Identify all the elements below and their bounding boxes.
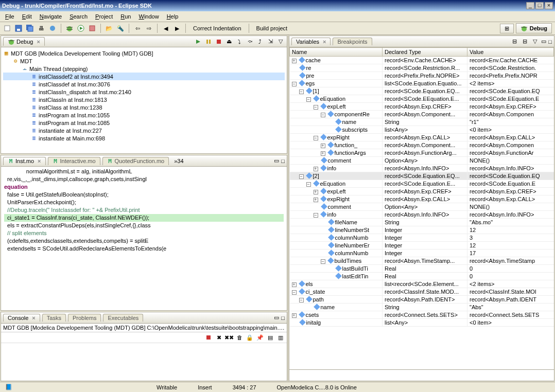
scroll-lock-icon[interactable]: 🔒 <box>246 333 254 342</box>
code-line[interactable]: equation <box>4 183 284 191</box>
collapse-icon[interactable]: − <box>292 290 297 295</box>
variables-table[interactable]: Name Declared Type Value +cacherecord<En… <box>289 47 554 327</box>
menu-edit[interactable]: Edit <box>19 12 35 21</box>
variables-tab[interactable]: Variables× <box>291 38 331 45</box>
variable-row[interactable]: −componentRerecord<Absyn.Component...rec… <box>290 111 554 118</box>
variable-row[interactable]: −pathrecord<Absyn.Path.IDENT>record<Absy… <box>290 296 554 304</box>
editor-tab-0[interactable]: MInst.mo× <box>3 157 46 165</box>
step-over-icon[interactable]: ⤼ <box>246 38 254 46</box>
debug-perspective-button[interactable]: Debug <box>516 23 552 33</box>
disconnect-icon[interactable]: ⏏ <box>225 38 233 46</box>
collapse-icon[interactable]: − <box>314 105 318 110</box>
variable-row[interactable]: +functionArgsrecord<Absyn.FunctionArg...… <box>290 149 554 157</box>
minimize-button[interactable]: _ <box>526 2 534 9</box>
view-menu-icon[interactable]: ▽ <box>276 38 285 46</box>
variable-row[interactable]: +elslist<record<SCode.Element...<2 items… <box>290 280 554 288</box>
debug-icon[interactable] <box>65 24 74 32</box>
terminate-icon[interactable] <box>215 38 223 46</box>
problems-tab[interactable]: Problems <box>68 314 101 322</box>
code-editor[interactable]: normalAlgorithmLst = alg, initialAlgorit… <box>1 167 287 310</box>
maximize-view-icon[interactable]: □ <box>281 315 285 321</box>
variable-row[interactable]: −inforecord<Absyn.Info.INFO>record<Absyn… <box>290 211 554 219</box>
variable-row[interactable]: +csetsrecord<Connect.Sets.SETS>record<Co… <box>290 311 554 319</box>
show-type-icon[interactable]: ⊟ <box>510 38 518 46</box>
expand-icon[interactable]: + <box>314 167 318 171</box>
menu-help[interactable]: Help <box>164 12 182 21</box>
new-icon[interactable] <box>3 24 11 32</box>
col-value[interactable]: Value <box>467 48 554 57</box>
stack-frame[interactable]: ⚙ MDT <box>3 57 285 65</box>
stack-frame[interactable]: ≡ instClassdef2 at Inst.mo:3494 <box>3 73 285 80</box>
code-line[interactable]: re,vis,_,_,inst_dims,impl,callscope,grap… <box>4 175 284 183</box>
debug-tree[interactable]: ▦ MDT GDB [Modelica Developement Tooling… <box>1 47 287 153</box>
stack-frame[interactable]: ▦ MDT GDB [Modelica Developement Tooling… <box>3 49 285 57</box>
console-output[interactable] <box>1 343 287 381</box>
expand-icon[interactable]: + <box>321 151 325 156</box>
run-icon[interactable] <box>77 24 85 32</box>
variable-row[interactable]: prerecord<Prefix.Prefix.NOPRE>record<Pre… <box>290 72 554 80</box>
minimize-view-icon[interactable]: ▭ <box>541 38 546 45</box>
variable-row[interactable]: columnNumbInteger17 <box>290 250 554 257</box>
variable-row[interactable]: −buildTimesrecord<Absyn.TimeStamp...reco… <box>290 257 554 265</box>
collapse-all-icon[interactable]: ⊟ <box>521 38 529 46</box>
save-icon[interactable] <box>14 24 23 32</box>
menu-window[interactable]: Window <box>135 12 162 21</box>
menu-run[interactable]: Run <box>117 12 134 21</box>
variable-row[interactable]: −eEquationrecord<SCode.Equation.E...reco… <box>290 180 554 188</box>
variable-row[interactable]: nameString"r1" <box>290 118 554 126</box>
variable-row[interactable]: lastBuildTiReal0 <box>290 265 554 273</box>
close-button[interactable]: × <box>545 2 553 9</box>
print-icon[interactable]: 🖶 <box>37 24 45 32</box>
clear-console-icon[interactable]: 🗑 <box>235 333 244 342</box>
forward-icon[interactable]: ▶ <box>173 24 181 32</box>
collapse-icon[interactable]: − <box>314 136 318 140</box>
variable-row[interactable]: +inforecord<Absyn.Info.INFO>record<Absyn… <box>290 165 554 172</box>
collapse-icon[interactable]: − <box>314 213 318 218</box>
open-perspective-button[interactable]: ⊞ <box>500 24 514 33</box>
collapse-icon[interactable]: − <box>299 174 304 179</box>
variable-row[interactable]: commentOption<Any>NONE() <box>290 203 554 211</box>
variable-row[interactable]: nameString"Abs" <box>290 304 554 311</box>
maximize-view-icon[interactable]: □ <box>548 39 552 45</box>
editor-tab-2[interactable]: MQuotedFunction.mo <box>102 157 169 165</box>
terminate-icon[interactable] <box>204 333 213 342</box>
more-tabs[interactable]: »34 <box>174 158 183 164</box>
menu-search[interactable]: Search <box>66 12 91 21</box>
collapse-icon[interactable]: − <box>321 113 325 117</box>
variable-row[interactable]: columnNumbInteger3 <box>290 234 554 242</box>
close-icon[interactable]: × <box>323 39 326 45</box>
collapse-icon[interactable]: − <box>306 97 311 102</box>
stack-frame[interactable]: ⫠ Main Thread (stepping) <box>3 65 285 73</box>
maximize-button[interactable]: □ <box>535 2 544 9</box>
expand-icon[interactable]: + <box>292 59 297 63</box>
console-tab[interactable]: Console× <box>3 314 40 322</box>
collapse-icon[interactable]: − <box>306 182 311 187</box>
variable-row[interactable]: rerecord<SCode.Restriction.R...record<SC… <box>290 64 554 72</box>
code-line[interactable]: extendselts = SCodeUtil.addRedeclareAsEl… <box>4 245 284 253</box>
stack-frame[interactable]: ≡ instClassdef at Inst.mo:3076 <box>3 80 285 88</box>
collapse-icon[interactable]: − <box>292 82 297 86</box>
variable-row[interactable]: −eEquationrecord<SCode.EEquation.E...rec… <box>290 95 554 103</box>
build-project-button[interactable]: Build project <box>253 24 291 32</box>
expand-icon[interactable]: + <box>292 313 297 318</box>
expand-icon[interactable]: + <box>314 198 318 202</box>
breakpoints-tab[interactable]: Breakpoints <box>333 38 372 45</box>
code-line[interactable]: // split elements <box>4 229 284 237</box>
resume-icon[interactable] <box>194 38 202 46</box>
pin-icon[interactable]: 📌 <box>256 333 264 342</box>
code-line[interactable]: UnitParserExt.checkpoint(); <box>4 199 284 206</box>
col-type[interactable]: Declared Type <box>383 48 467 57</box>
step-into-icon[interactable]: ⤵ <box>235 38 244 46</box>
save-all-icon[interactable] <box>26 24 34 32</box>
next-annotation-icon[interactable]: ⇨ <box>145 24 153 32</box>
code-line[interactable]: //Debug.traceln(" Instclassdef for: " +&… <box>4 206 284 214</box>
menu-project[interactable]: Project <box>92 12 116 21</box>
code-line[interactable]: els = extractConstantPlusDeps(els,instSi… <box>4 222 284 229</box>
view-menu-icon[interactable]: ▽ <box>531 38 539 46</box>
variable-row[interactable]: −[2]record<SCode.Equation.EQ...record<SC… <box>290 172 554 180</box>
suspend-icon[interactable] <box>204 38 213 46</box>
variable-row[interactable]: +cacherecord<Env.Cache.CACHE>record<Env.… <box>290 57 554 64</box>
variable-row[interactable]: −ci_staterecord<ClassInf.State.MOD...rec… <box>290 288 554 296</box>
code-line[interactable]: false = Util.getStatefulBoolean(stopInst… <box>4 191 284 199</box>
variable-row[interactable]: lineNumberStInteger12 <box>290 226 554 234</box>
